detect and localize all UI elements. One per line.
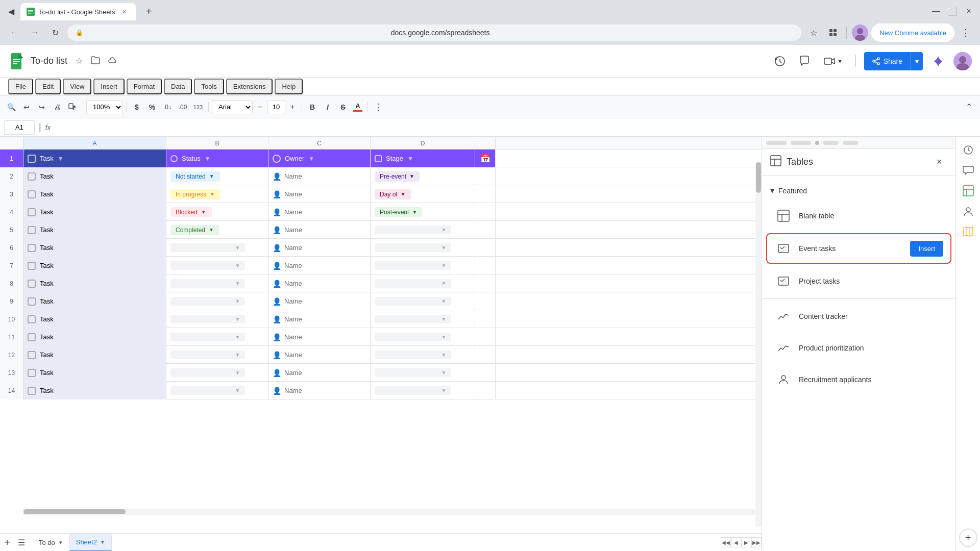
cell-6-c[interactable]: 👤Name — [268, 239, 371, 257]
back-btn[interactable]: ← — [6, 24, 22, 41]
comment-btn[interactable] — [795, 52, 814, 70]
history-btn[interactable] — [771, 52, 789, 70]
chrome-menu-btn[interactable]: ⋮ — [958, 24, 974, 41]
cell-4-e[interactable] — [475, 203, 496, 221]
side-comment-btn[interactable] — [959, 161, 977, 180]
cell-8-c[interactable]: 👤Name — [268, 274, 371, 292]
cell-13-d[interactable]: ▼ — [371, 364, 475, 382]
cell-5-d[interactable]: ▼ — [371, 221, 475, 239]
stage-dropdown-4[interactable]: ▼ — [412, 209, 417, 215]
status-dropdown-2[interactable]: ▼ — [209, 173, 215, 180]
product-prioritization-item[interactable]: Product prioritization — [766, 333, 951, 363]
cell-4-a[interactable]: Task — [23, 203, 166, 221]
cell-7-e[interactable] — [475, 257, 496, 274]
gemini-btn[interactable] — [929, 52, 947, 70]
more-options-btn[interactable]: ⋮ — [371, 100, 385, 114]
row-num-8[interactable]: 8 — [0, 274, 23, 292]
undo-btn[interactable]: ↩ — [19, 100, 34, 114]
h-scrollbar-thumb[interactable] — [23, 509, 126, 514]
cell-14-a[interactable]: Task — [23, 382, 166, 399]
featured-section-header[interactable]: ▾ Featured — [762, 180, 955, 199]
maximize-btn[interactable]: ⬜ — [945, 4, 960, 18]
close-window-btn[interactable]: × — [962, 4, 976, 18]
scroll-left-btn[interactable]: ◀◀ — [721, 537, 731, 547]
new-tab-btn[interactable]: + — [142, 4, 156, 18]
meet-btn[interactable]: ▼ — [820, 52, 847, 70]
font-size-input[interactable] — [267, 100, 285, 114]
row-num-9[interactable]: 9 — [0, 292, 23, 310]
row-num-2[interactable]: 2 — [0, 167, 23, 185]
side-tables-btn[interactable] — [959, 182, 977, 200]
cell-2-b[interactable]: Not started ▼ — [166, 167, 268, 185]
cell-3-e[interactable] — [475, 185, 496, 203]
italic-btn[interactable]: I — [321, 100, 335, 114]
cell-6-e[interactable] — [475, 239, 496, 257]
cell-13-c[interactable]: 👤Name — [268, 364, 371, 382]
status-chip-2[interactable]: Not started ▼ — [170, 171, 220, 182]
row-num-10[interactable]: 10 — [0, 310, 23, 328]
cell-13-a[interactable]: Task — [23, 364, 166, 382]
cell-12-e[interactable] — [475, 346, 496, 364]
cell-1-c[interactable]: Owner ▼ — [268, 149, 371, 167]
cell-11-d[interactable]: ▼ — [371, 328, 475, 346]
percent-btn[interactable]: % — [145, 100, 159, 114]
font-select[interactable]: Arial — [212, 100, 253, 114]
cell-5-e[interactable] — [475, 221, 496, 239]
cell-13-e[interactable] — [475, 364, 496, 382]
col-header-e[interactable] — [475, 137, 496, 149]
menu-edit[interactable]: Edit — [35, 79, 61, 94]
scrollbar-thumb[interactable] — [756, 162, 761, 193]
project-tasks-item[interactable]: Project tasks — [766, 266, 951, 296]
cell-10-b[interactable]: ▼ — [166, 310, 268, 328]
row-num-14[interactable]: 14 — [0, 382, 23, 399]
cell-5-b[interactable]: Completed ▼ — [166, 221, 268, 239]
reload-btn[interactable]: ↻ — [47, 24, 63, 41]
cell-8-e[interactable] — [475, 274, 496, 292]
text-color-btn[interactable]: A — [351, 102, 364, 113]
paint-format-btn[interactable] — [65, 100, 80, 114]
sort-icon-d[interactable]: ▼ — [407, 155, 413, 162]
cell-11-b[interactable]: ▼ — [166, 328, 268, 346]
cell-12-b[interactable]: ▼ — [166, 346, 268, 364]
cell-9-a[interactable]: Task — [23, 292, 166, 310]
menu-format[interactable]: Format — [127, 79, 162, 94]
collapse-toolbar-btn[interactable]: ⌃ — [962, 100, 976, 114]
decimal-increase-btn[interactable]: .00 — [176, 100, 190, 114]
col-header-b[interactable]: B — [166, 137, 268, 149]
side-maps-btn[interactable] — [959, 222, 977, 241]
cell-3-b[interactable]: In progress ▼ — [166, 185, 268, 203]
sort-icon-c[interactable]: ▼ — [308, 155, 314, 162]
stage-dropdown-3[interactable]: ▼ — [401, 191, 406, 197]
cell-9-d[interactable]: ▼ — [371, 292, 475, 310]
side-user-btn[interactable] — [959, 202, 977, 220]
cell-4-c[interactable]: 👤 Name — [268, 203, 371, 221]
cell-1-e[interactable]: 📅 — [475, 149, 496, 167]
search-btn[interactable]: 🔍 — [4, 100, 18, 114]
cell-12-a[interactable]: Task — [23, 346, 166, 364]
currency-btn[interactable]: $ — [130, 100, 144, 114]
cloud-btn[interactable] — [106, 55, 120, 68]
cell-10-d[interactable]: ▼ — [371, 310, 475, 328]
cell-1-b[interactable]: Status ▼ — [166, 149, 268, 167]
tab-close-btn[interactable]: × — [119, 7, 130, 17]
cell-13-b[interactable]: ▼ — [166, 364, 268, 382]
cell-10-e[interactable] — [475, 310, 496, 328]
tab-sheet2-arrow[interactable]: ▼ — [100, 539, 105, 545]
row-num-4[interactable]: 4 — [0, 203, 23, 221]
font-size-increase-btn[interactable]: + — [286, 101, 299, 113]
cell-12-c[interactable]: 👤Name — [268, 346, 371, 364]
sheet-tab-todo[interactable]: To do ▼ — [33, 534, 70, 552]
row-num-5[interactable]: 5 — [0, 221, 23, 239]
scroll-prev-btn[interactable]: ◀ — [731, 537, 741, 547]
blank-table-item[interactable]: Blank table — [766, 201, 951, 231]
stage-dropdown-2[interactable]: ▼ — [409, 173, 414, 179]
side-history-btn[interactable] — [959, 141, 977, 159]
cell-11-e[interactable] — [475, 328, 496, 346]
share-dropdown-btn[interactable]: ▾ — [911, 52, 923, 70]
menu-view[interactable]: View — [63, 79, 91, 94]
print-btn[interactable]: 🖨 — [50, 100, 64, 114]
scroll-next-btn[interactable]: ▶ — [741, 537, 751, 547]
decimal-decrease-btn[interactable]: .0↓ — [160, 100, 175, 114]
share-btn[interactable]: Share — [864, 52, 911, 70]
extensions-btn[interactable] — [825, 24, 841, 41]
